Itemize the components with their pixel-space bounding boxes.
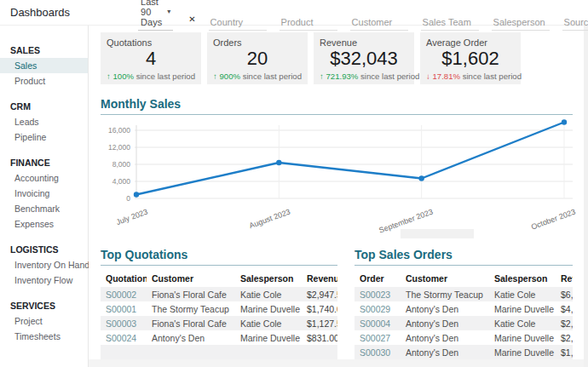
record-link[interactable]: S00029 [355,301,401,316]
kpi-delta-percent: 721.93% [324,72,360,81]
table-cell: $4,350.00 [556,301,573,316]
sidebar-item-project[interactable]: Project [0,313,88,329]
table-cell: Fiona's Floral Cafe [147,287,235,301]
column-header-order: Order [355,272,401,287]
kpi-delta: ↑ 721.93% since last period [320,72,408,81]
record-link[interactable]: S00027 [355,330,401,345]
table-cell: $1,990.00 [556,345,573,359]
filter-customer[interactable]: Customer [350,15,408,31]
kpi-value: 20 [213,49,302,69]
main-content: Quotations4↑ 100% since last periodOrder… [89,26,588,367]
column-header-quotation: Quotation [101,272,147,287]
sidebar-item-accounting[interactable]: Accounting [0,170,88,186]
sidebar-item-leads[interactable]: Leads [0,114,88,129]
filter-product[interactable]: Product [280,15,337,31]
table-cell: Fiona's Floral Cafe [147,316,235,330]
sidebar-item-invoicing[interactable]: Invoicing [0,186,88,201]
sidebar-section-logistics: LOGISTICS [0,242,88,257]
kpi-value: $32,043 [320,49,408,69]
sidebar-item-inventory-flow[interactable]: Inventory Flow [0,272,88,288]
kpi-title: Average Order [426,37,515,48]
kpi-delta: ↓ 17.81% since last period [426,72,515,81]
date-range-filter[interactable]: Last 90 Days ▾ [138,0,173,31]
kpi-value: $1,602 [426,49,515,69]
filter-country[interactable]: Country [209,15,267,31]
svg-text:8,000: 8,000 [112,160,131,169]
top-sales-orders-title: Top Sales Orders [355,248,573,266]
kpi-delta-percent: 17.81% [430,72,463,81]
table-cell: Antony's Den [401,316,489,330]
column-header-customer: Customer [401,272,489,287]
kpi-delta-suffix: since last period [136,72,195,81]
column-header-salesperson: Salesperson [235,272,302,287]
scrollbar[interactable] [584,26,588,367]
kpi-cards: Quotations4↑ 100% since last periodOrder… [101,32,573,84]
filter-source[interactable]: Source [562,15,588,31]
kpi-delta: ↑ 100% since last period [107,72,195,81]
table-cell: $831.00 [302,330,337,345]
kpi-delta-percent: 900% [217,72,243,81]
sidebar-item-product[interactable]: Product [0,73,88,89]
x-axis-label: August 2023 [248,207,291,230]
filter-salesperson[interactable]: Salesperson [492,15,550,31]
record-link[interactable]: S00030 [355,345,401,359]
sidebar-item-inventory-on-hand[interactable]: Inventory On Hand [0,257,88,272]
table-cell: The Stormy Teacup [147,301,235,316]
monthly-sales-chart: 04,0008,00012,00016,000July 2023August 2… [101,120,573,248]
next-section-placeholder [89,359,588,367]
table-row: S00030Antony's DenMarine Duvelle$1,990.0… [355,345,573,359]
sidebar-item-timesheets[interactable]: Timesheets [0,329,88,344]
data-table: QuotationCustomerSalespersonRevenueS0000… [101,272,337,359]
table-row: S00024Antony's DenMarine Duvelle$831.00 [101,330,337,345]
chevron-down-icon: ▾ [167,8,170,15]
kpi-delta-suffix: since last period [463,72,522,81]
column-header-customer: Customer [147,272,235,287]
table-cell: Katie Cole [489,287,556,301]
filter-sales-team[interactable]: Sales Team [421,15,479,31]
top-quotations-table: QuotationCustomerSalespersonRevenueS0000… [101,272,337,359]
kpi-card-quotations: Quotations4↑ 100% since last period [101,32,201,84]
record-link[interactable]: S00024 [101,330,147,345]
empty-row [101,345,337,359]
table-row: S00029Antony's DenMarine Duvelle$4,350.0… [355,301,573,316]
data-table: OrderCustomerSalespersonRevenueS00023The… [355,272,573,367]
table-cell: $2,175.00 [556,330,573,345]
kpi-title: Orders [213,37,302,48]
table-cell: Antony's Den [401,301,489,316]
table-row: S00003Fiona's Floral CafeKatie Cole$1,12… [101,316,337,330]
table-cell: Antony's Den [401,330,489,345]
table-cell: Katie Cole [489,316,556,330]
table-row: S00027Antony's DenMarine Duvelle$2,175.0… [355,330,573,345]
svg-text:16,000: 16,000 [108,126,130,135]
column-header-revenue: Revenue [556,272,573,287]
table-row: S00002Fiona's Floral CafeKatie Cole$2,94… [101,287,337,301]
date-range-value: Last 90 Days [141,0,162,27]
tables-section: Top Quotations QuotationCustomerSalesper… [101,248,573,367]
table-cell [302,345,337,359]
record-link[interactable]: S00004 [355,316,401,330]
table-cell: $1,127.50 [302,316,337,330]
sidebar-item-pipeline[interactable]: Pipeline [0,129,88,145]
sidebar-section-crm: CRM [0,99,88,114]
kpi-card-average-order: Average Order$1,602↓ 17.81% since last p… [420,32,521,84]
top-quotations-title: Top Quotations [101,248,337,266]
sidebar-item-benchmark[interactable]: Benchmark [0,201,88,216]
kpi-delta-percent: 100% [111,72,136,81]
kpi-card-orders: Orders20↑ 900% since last period [207,32,308,84]
sidebar-item-expenses[interactable]: Expenses [0,216,88,232]
table-row: S00004Antony's DenKatie Cole$2,240.00 [355,316,573,330]
record-link[interactable]: S00003 [101,316,147,330]
table-cell: $1,740.00 [302,301,337,316]
close-icon[interactable]: ✕ [188,15,195,24]
kpi-delta: ↑ 900% since last period [213,72,302,81]
record-link[interactable]: S00023 [355,287,401,301]
kpi-delta-suffix: since last period [360,72,419,81]
table-cell: Marine Duvelle [489,345,556,359]
svg-text:0: 0 [126,194,130,203]
top-bar: Dashboards Last 90 Days ▾ ✕ CountryProdu… [0,0,588,26]
filter-bar: Last 90 Days ▾ ✕ CountryProductCustomerS… [138,0,588,31]
record-link[interactable]: S00001 [101,301,147,316]
table-cell: Katie Cole [235,316,302,330]
record-link[interactable]: S00002 [101,287,147,301]
sidebar-item-sales[interactable]: Sales [0,58,88,73]
